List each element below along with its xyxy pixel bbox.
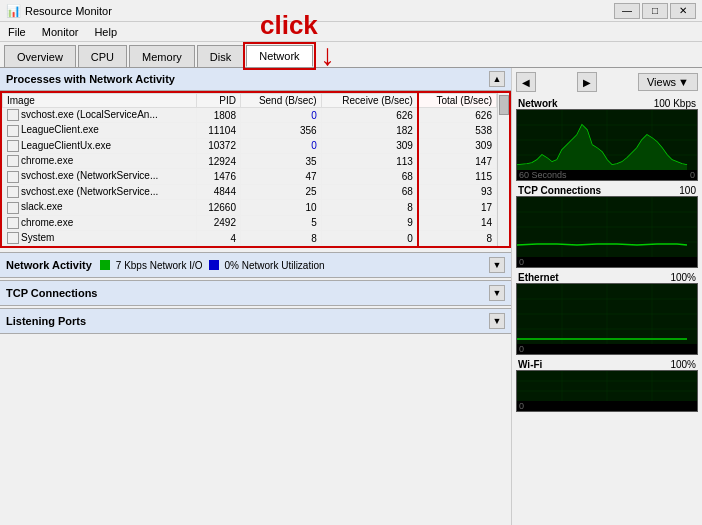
graph-network-labelbar: Network 100 Kbps xyxy=(516,98,698,109)
right-header: ◀ ▶ Views ▼ xyxy=(516,72,698,92)
process-section-header[interactable]: Processes with Network Activity ▲ xyxy=(0,68,511,91)
scrollbar-thumb[interactable] xyxy=(499,95,509,115)
row-checkbox[interactable] xyxy=(7,125,19,137)
tab-overview[interactable]: Overview xyxy=(4,45,76,67)
col-receive[interactable]: Receive (B/sec) xyxy=(321,94,418,108)
minimize-button[interactable]: — xyxy=(614,3,640,19)
process-section-title: Processes with Network Activity xyxy=(6,73,175,85)
row-checkbox[interactable] xyxy=(7,186,19,198)
cell-image: LeagueClient.exe xyxy=(3,123,197,138)
cell-image: chrome.exe xyxy=(3,215,197,230)
title-controls: — □ ✕ xyxy=(614,3,696,19)
left-panel: Processes with Network Activity ▲ Image … xyxy=(0,68,512,525)
graph-tcp-svg xyxy=(517,197,697,257)
cell-pid: 10372 xyxy=(196,138,240,153)
col-image[interactable]: Image xyxy=(3,94,197,108)
right-panel: ◀ ▶ Views ▼ Network 100 Kbps xyxy=(512,68,702,525)
cell-receive: 0 xyxy=(321,230,418,245)
title-bar: 📊 Resource Monitor — □ ✕ xyxy=(0,0,702,22)
cell-total: 147 xyxy=(418,154,497,169)
cell-image: System xyxy=(3,230,197,245)
cell-pid: 4844 xyxy=(196,184,240,199)
row-checkbox[interactable] xyxy=(7,232,19,244)
graph-network-canvas xyxy=(517,110,697,170)
table-row: svchost.exe (LocalServiceAn...1808062662… xyxy=(3,108,497,123)
graph-wifi-time-value: 0 xyxy=(519,401,524,411)
cell-send: 10 xyxy=(241,200,322,215)
row-checkbox[interactable] xyxy=(7,140,19,152)
menu-file[interactable]: File xyxy=(4,25,30,39)
graph-network-time-label: 60 Seconds xyxy=(519,170,567,180)
graph-wifi-name: Wi-Fi xyxy=(518,359,542,370)
cell-send: 0 xyxy=(241,108,322,123)
graph-wifi-scale-bottom: 0 xyxy=(517,401,697,411)
cell-send: 8 xyxy=(241,230,322,245)
graph-tcp-scale: 100 xyxy=(679,185,696,196)
tab-cpu[interactable]: CPU xyxy=(78,45,127,67)
cell-image: chrome.exe xyxy=(3,154,197,169)
table-scrollbar[interactable] xyxy=(497,93,509,246)
table-row: slack.exe1266010817 xyxy=(3,200,497,215)
listening-collapse[interactable]: ▼ xyxy=(489,313,505,329)
table-row: LeagueClientUx.exe103720309309 xyxy=(3,138,497,153)
views-button[interactable]: Views ▼ xyxy=(638,73,698,91)
table-row: System4808 xyxy=(3,230,497,245)
process-collapse-button[interactable]: ▲ xyxy=(489,71,505,87)
tab-memory[interactable]: Memory xyxy=(129,45,195,67)
graph-wifi-svg xyxy=(517,371,697,401)
tcp-connections-section[interactable]: TCP Connections ▼ xyxy=(0,280,511,306)
row-checkbox[interactable] xyxy=(7,155,19,167)
graph-network-container: 60 Seconds 0 xyxy=(516,109,698,181)
cell-total: 626 xyxy=(418,108,497,123)
cell-receive: 626 xyxy=(321,108,418,123)
row-checkbox[interactable] xyxy=(7,202,19,214)
cell-receive: 68 xyxy=(321,169,418,184)
cell-receive: 8 xyxy=(321,200,418,215)
graph-ethernet-svg xyxy=(517,284,697,344)
cell-pid: 1476 xyxy=(196,169,240,184)
row-checkbox[interactable] xyxy=(7,171,19,183)
graph-network-time-value: 0 xyxy=(690,170,695,180)
cell-image: slack.exe xyxy=(3,200,197,215)
graph-network-name: Network xyxy=(518,98,557,109)
close-button[interactable]: ✕ xyxy=(670,3,696,19)
col-send[interactable]: Send (B/sec) xyxy=(241,94,322,108)
nav-next-button[interactable]: ▶ xyxy=(577,72,597,92)
col-pid[interactable]: PID xyxy=(196,94,240,108)
restore-button[interactable]: □ xyxy=(642,3,668,19)
table-row: LeagueClient.exe11104356182538 xyxy=(3,123,497,138)
graph-ethernet-labelbar: Ethernet 100% xyxy=(516,272,698,283)
cell-receive: 9 xyxy=(321,215,418,230)
tcp-title: TCP Connections xyxy=(6,287,97,299)
io-legend-icon xyxy=(100,260,110,270)
cell-receive: 68 xyxy=(321,184,418,199)
menu-bar: File Monitor Help xyxy=(0,22,702,42)
process-tbody: svchost.exe (LocalServiceAn...1808062662… xyxy=(3,108,497,246)
menu-help[interactable]: Help xyxy=(90,25,121,39)
table-row: svchost.exe (NetworkService...1476476811… xyxy=(3,169,497,184)
graph-ethernet-time-value: 0 xyxy=(519,344,524,354)
row-checkbox[interactable] xyxy=(7,109,19,121)
cell-total: 14 xyxy=(418,215,497,230)
cell-image: svchost.exe (NetworkService... xyxy=(3,184,197,199)
graph-ethernet: Ethernet 100% 0 xyxy=(516,272,698,355)
main-content: Processes with Network Activity ▲ Image … xyxy=(0,68,702,525)
nav-tabs: Overview CPU Memory Disk Network xyxy=(0,42,702,68)
col-total[interactable]: Total (B/sec) xyxy=(418,94,497,108)
tab-network[interactable]: Network xyxy=(246,45,312,67)
cell-image: svchost.exe (LocalServiceAn... xyxy=(3,108,197,123)
row-checkbox[interactable] xyxy=(7,217,19,229)
listening-ports-section[interactable]: Listening Ports ▼ xyxy=(0,308,511,334)
nav-prev-button[interactable]: ◀ xyxy=(516,72,536,92)
cell-total: 8 xyxy=(418,230,497,245)
menu-monitor[interactable]: Monitor xyxy=(38,25,83,39)
cell-pid: 11104 xyxy=(196,123,240,138)
network-activity-collapse[interactable]: ▼ xyxy=(489,257,505,273)
graph-wifi-container: 0 xyxy=(516,370,698,412)
network-activity-info: 7 Kbps Network I/O 0% Network Utilizatio… xyxy=(100,260,481,271)
network-activity-section[interactable]: Network Activity 7 Kbps Network I/O 0% N… xyxy=(0,252,511,278)
tcp-collapse[interactable]: ▼ xyxy=(489,285,505,301)
tab-disk[interactable]: Disk xyxy=(197,45,244,67)
graph-tcp-name: TCP Connections xyxy=(518,185,601,196)
graph-tcp: TCP Connections 100 xyxy=(516,185,698,268)
